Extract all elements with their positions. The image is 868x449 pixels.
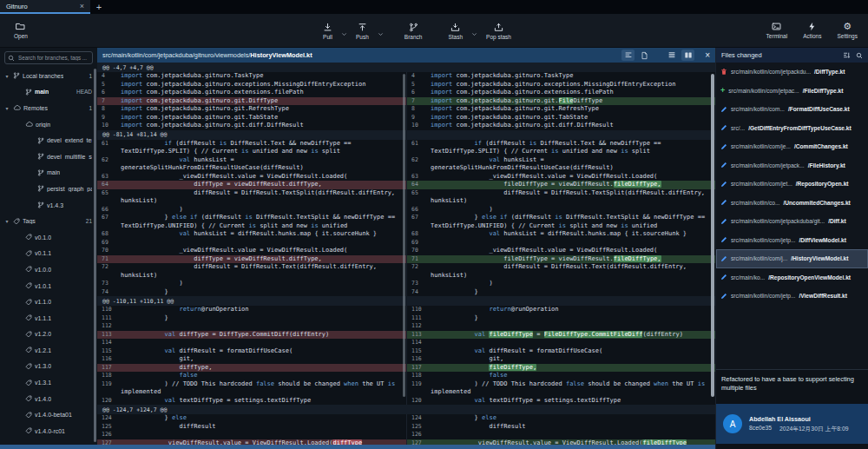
files-search-icon[interactable] [856, 52, 863, 59]
left-pane-scrollbar[interactable] [403, 74, 405, 397]
code-text: ) // TODO This hardcoded false should be… [431, 380, 715, 397]
sort-files-icon[interactable] [843, 51, 851, 59]
file-item[interactable]: src/main/kotlin/com/jet... /RepositoryOp… [716, 175, 868, 194]
code-text: val diffResult = formatDiffUseCase( [121, 347, 406, 356]
push-chevron-down-icon[interactable] [378, 31, 384, 37]
caret-icon[interactable]: ▾ [3, 218, 10, 224]
sidebar-item[interactable]: v1.1.0 [0, 294, 97, 310]
commit-date: 2024年12月30日 上午8:09 [779, 425, 848, 433]
sidebar-item[interactable]: v1.4.0-beta01 [0, 406, 97, 423]
close-tab-icon[interactable]: × [80, 3, 84, 10]
close-diff-icon[interactable]: × [705, 50, 710, 60]
pull-chevron-down-icon[interactable] [341, 31, 347, 37]
code-text: diffResult = DiffResult.Text(diffResult.… [431, 263, 715, 280]
caret-icon[interactable]: ▾ [3, 73, 10, 79]
line-number: 73 [97, 280, 121, 288]
branch-button[interactable]: Branch [401, 23, 426, 40]
right-pane-scrollbar[interactable] [711, 74, 714, 397]
diff-row: 115 val diffResult = formatDiffUseCase(1… [97, 347, 715, 356]
sidebar-item[interactable]: v0.1.1 [0, 246, 97, 262]
stash-chevron-down-icon[interactable] [471, 31, 477, 37]
sidebar-item[interactable]: origin [0, 116, 97, 133]
new-line: 118 false [406, 372, 715, 380]
sidebar-item[interactable]: ▾Remotes1 [0, 100, 97, 116]
new-line: 113 val fileDiffType = FileDiffType.Comm… [406, 331, 715, 340]
sidebar-item[interactable]: v1.2.0 [0, 327, 97, 343]
line-number: 61 [97, 140, 121, 156]
sidebar-item[interactable]: v1.0.1 [0, 278, 97, 294]
sidebar-item[interactable]: v1.3.1 [0, 374, 97, 391]
file-item[interactable]: src/main/kotlin/com/jetpack... /FileHist… [716, 156, 868, 175]
file-item[interactable]: src/... /GetDiffEntryFromDiffTypeUseCase… [716, 119, 868, 138]
pencil-icon [720, 199, 727, 206]
code-text [121, 431, 406, 439]
code-text: diffType = viewDiffResult.diffType, [121, 255, 406, 264]
split-diff-toggle-icon[interactable] [681, 50, 694, 61]
sidebar-item[interactable]: devel_multifile_select... [0, 149, 97, 165]
stash-button[interactable]: Stash [444, 23, 466, 40]
line-number: 126 [97, 431, 121, 439]
file-item[interactable]: src/main/kotlin/com... /FormatDiffUseCas… [716, 100, 868, 119]
sidebar-item[interactable]: v1.4.0-rc01 [0, 423, 97, 439]
sidebar-item[interactable]: main [0, 165, 97, 182]
file-item[interactable]: src/main/kotlin/com/jetpackduba/git... /… [716, 212, 868, 231]
old-line: 118 false [97, 372, 406, 380]
sidebar-item[interactable]: v1.1.1 [0, 310, 97, 327]
pop-stash-button[interactable]: Pop stash [483, 23, 515, 40]
unified-diff-toggle-icon[interactable] [665, 50, 678, 61]
sidebar-item[interactable]: ▾Local branches1 [0, 68, 97, 84]
pull-button[interactable]: Pull [319, 23, 336, 40]
file-item[interactable]: src/main/ko... /RepositoryOpenViewModel.… [716, 268, 868, 287]
line-number: 61 [407, 140, 431, 156]
old-line: 113 val diffType = DiffType.CommitDiff(d… [97, 331, 406, 340]
open-button[interactable]: Open [10, 22, 31, 39]
sidebar-item[interactable]: v1.4.3 [0, 197, 97, 214]
terminal-button[interactable]: Terminal [763, 22, 792, 39]
sidebar-item-badge: HEAD [76, 89, 92, 95]
commit-author-card[interactable]: A Abdellah El Aissaoui 8ce0e35 2024年12月3… [716, 404, 868, 444]
new-tab-button[interactable]: + [90, 0, 108, 14]
code-text: _viewDiffResult.value = ViewDiffResult.L… [431, 247, 715, 255]
sidebar-item[interactable]: mainHEAD [0, 84, 97, 101]
sidebar-item[interactable]: v1.3.0 [0, 359, 97, 375]
sidebar-item[interactable]: v1.4.0 [0, 391, 97, 407]
code-text: diffType = viewDiffResult.diffType, [121, 181, 406, 189]
branch-search-box [4, 51, 93, 64]
sidebar-item[interactable]: v0.1.0 [0, 229, 97, 246]
settings-button[interactable]: ⚙ Settings [834, 22, 862, 39]
file-item[interactable]: +src/main/kotlin/com/jetpac... /FileDiff… [716, 82, 868, 101]
old-line: 5import com.jetpackduba.gitnuro.exceptio… [97, 81, 406, 89]
line-number: 9 [407, 114, 431, 122]
sidebar-item[interactable]: devel_extend_termina... [0, 132, 97, 149]
new-line: 115 val diffResult = formatDiffUseCase( [406, 347, 715, 356]
hunk-view-toggle-icon[interactable] [621, 50, 635, 61]
file-item[interactable]: src/main/kotlin/com/jetp... /ViewDiffRes… [716, 287, 868, 306]
diff-row: 8import com.jetpackduba.gitnuro.git.Refr… [97, 105, 715, 114]
branch-icon [37, 201, 44, 208]
full-file-view-toggle-icon[interactable] [638, 50, 651, 61]
branch-search-input[interactable] [16, 54, 89, 62]
file-item[interactable]: src/main/kotlin/com/je... /CommitChanges… [716, 137, 868, 156]
old-line: 114 [97, 339, 406, 347]
line-number: 125 [407, 423, 431, 432]
code-text: import com.jetpackduba.gitnuro.git.DiffT… [121, 97, 406, 106]
sidebar-item[interactable]: v1.0.0 [0, 261, 97, 278]
file-item[interactable]: src/main/kotlin/co... /UncommitedChanges… [716, 194, 868, 213]
diff-file-path-bar: src/main/kotlin/com/jetpackduba/gitnuro/… [97, 48, 715, 63]
push-button[interactable]: Push [352, 23, 372, 40]
line-number: 66 [97, 206, 121, 215]
file-item[interactable]: src/main/kotlin/com/j... /HistoryViewMod… [716, 249, 868, 268]
tab-gitnuro[interactable]: Gitnuro × [0, 0, 90, 14]
sidebar-scrollbar[interactable] [94, 69, 96, 442]
caret-icon[interactable]: ▾ [3, 105, 10, 111]
hunk-header: @@ -4,7 +4,7 @@ [97, 63, 715, 72]
file-item[interactable]: src/main/kotlin/com/jetpackdu... /DiffTy… [716, 63, 868, 82]
diff-row: 119 ) // TODO This hardcoded false shoul… [97, 380, 715, 397]
sidebar-item[interactable]: ▾Tags21 [0, 213, 97, 229]
file-item[interactable]: src/main/kotlin/com/jetp... /DiffViewMod… [716, 231, 868, 250]
diff-row: 125 diffResult125 diffResult [97, 423, 715, 432]
actions-button[interactable]: Actions [799, 22, 825, 39]
new-line: 7import com.jetpackduba.gitnuro.git.File… [406, 97, 715, 106]
sidebar-item[interactable]: persist_graph_paddin... [0, 181, 97, 197]
sidebar-item[interactable]: v1.2.1 [0, 342, 97, 359]
